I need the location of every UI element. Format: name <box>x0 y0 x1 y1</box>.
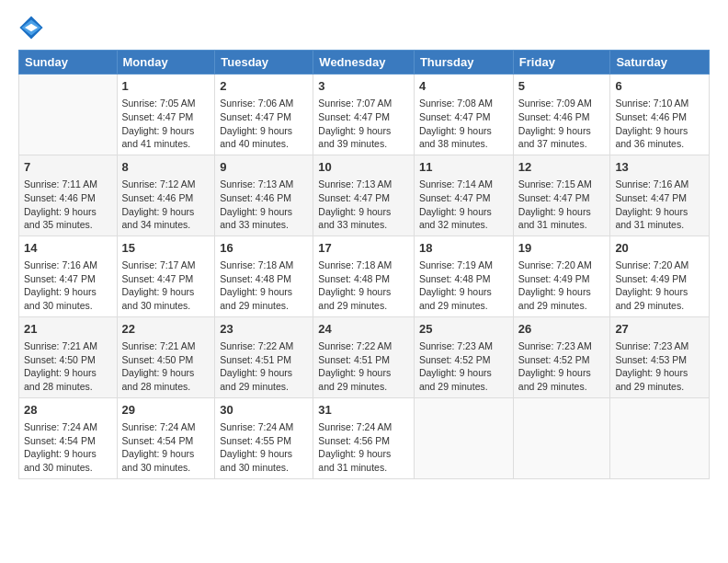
sunrise-text: Sunrise: 7:05 AM <box>122 98 196 109</box>
sunrise-text: Sunrise: 7:08 AM <box>419 98 493 109</box>
cell-content: 18Sunrise: 7:19 AMSunset: 4:48 PMDayligh… <box>419 240 508 313</box>
weekday-header: Monday <box>117 51 215 75</box>
calendar-cell: 5Sunrise: 7:09 AMSunset: 4:46 PMDaylight… <box>513 75 610 155</box>
calendar-week-row: 28Sunrise: 7:24 AMSunset: 4:54 PMDayligh… <box>19 397 710 478</box>
calendar-cell <box>19 75 118 155</box>
cell-content: 30Sunrise: 7:24 AMSunset: 4:55 PMDayligh… <box>220 402 308 475</box>
day-number: 26 <box>518 321 606 338</box>
day-number: 3 <box>318 78 409 95</box>
cell-content: 4Sunrise: 7:08 AMSunset: 4:47 PMDaylight… <box>419 78 508 151</box>
daylight-text: Daylight: 9 hours and 39 minutes. <box>318 125 391 150</box>
header-row: SundayMondayTuesdayWednesdayThursdayFrid… <box>19 51 710 75</box>
daylight-text: Daylight: 9 hours and 29 minutes. <box>220 286 292 311</box>
daylight-text: Daylight: 9 hours and 37 minutes. <box>518 125 591 150</box>
calendar-cell: 9Sunrise: 7:13 AMSunset: 4:46 PMDaylight… <box>215 155 313 236</box>
sunrise-text: Sunrise: 7:24 AM <box>24 421 97 432</box>
day-number: 27 <box>615 321 704 338</box>
day-number: 18 <box>419 240 508 257</box>
sunset-text: Sunset: 4:49 PM <box>518 273 590 284</box>
sunset-text: Sunset: 4:46 PM <box>615 111 687 122</box>
sunset-text: Sunset: 4:46 PM <box>24 192 96 203</box>
sunrise-text: Sunrise: 7:18 AM <box>318 259 392 270</box>
sunrise-text: Sunrise: 7:15 AM <box>518 178 592 190</box>
calendar-cell: 8Sunrise: 7:12 AMSunset: 4:46 PMDaylight… <box>117 155 215 236</box>
sunrise-text: Sunrise: 7:18 AM <box>220 259 293 270</box>
cell-content: 27Sunrise: 7:23 AMSunset: 4:53 PMDayligh… <box>615 321 704 394</box>
sunrise-text: Sunrise: 7:06 AM <box>220 98 293 109</box>
calendar-cell: 4Sunrise: 7:08 AMSunset: 4:47 PMDaylight… <box>414 75 513 155</box>
weekday-header: Sunday <box>19 51 118 75</box>
day-number: 23 <box>220 321 308 338</box>
cell-content: 31Sunrise: 7:24 AMSunset: 4:56 PMDayligh… <box>318 402 409 475</box>
sunrise-text: Sunrise: 7:17 AM <box>122 259 196 270</box>
calendar-cell: 27Sunrise: 7:23 AMSunset: 4:53 PMDayligh… <box>610 316 710 397</box>
cell-content: 3Sunrise: 7:07 AMSunset: 4:47 PMDaylight… <box>318 78 409 151</box>
calendar-cell: 12Sunrise: 7:15 AMSunset: 4:47 PMDayligh… <box>513 155 610 236</box>
day-number: 8 <box>122 159 210 176</box>
calendar-cell: 16Sunrise: 7:18 AMSunset: 4:48 PMDayligh… <box>215 236 313 316</box>
day-number: 30 <box>220 402 308 419</box>
sunrise-text: Sunrise: 7:16 AM <box>615 178 688 190</box>
sunset-text: Sunset: 4:55 PM <box>220 435 291 446</box>
sunrise-text: Sunrise: 7:21 AM <box>122 340 196 351</box>
calendar-cell: 3Sunrise: 7:07 AMSunset: 4:47 PMDaylight… <box>313 75 415 155</box>
daylight-text: Daylight: 9 hours and 30 minutes. <box>122 448 195 473</box>
cell-content: 25Sunrise: 7:23 AMSunset: 4:52 PMDayligh… <box>419 321 508 394</box>
cell-content: 9Sunrise: 7:13 AMSunset: 4:46 PMDaylight… <box>220 159 308 232</box>
sunrise-text: Sunrise: 7:20 AM <box>518 259 592 270</box>
cell-content: 28Sunrise: 7:24 AMSunset: 4:54 PMDayligh… <box>24 402 112 475</box>
cell-content: 11Sunrise: 7:14 AMSunset: 4:47 PMDayligh… <box>419 159 508 232</box>
day-number: 31 <box>318 402 409 419</box>
calendar-cell <box>513 397 610 478</box>
calendar-cell: 30Sunrise: 7:24 AMSunset: 4:55 PMDayligh… <box>215 397 313 478</box>
daylight-text: Daylight: 9 hours and 28 minutes. <box>122 367 195 392</box>
day-number: 1 <box>122 78 210 95</box>
logo <box>18 15 46 40</box>
calendar-cell: 25Sunrise: 7:23 AMSunset: 4:52 PMDayligh… <box>414 316 513 397</box>
daylight-text: Daylight: 9 hours and 29 minutes. <box>518 286 591 311</box>
calendar-cell: 21Sunrise: 7:21 AMSunset: 4:50 PMDayligh… <box>19 316 118 397</box>
day-number: 28 <box>24 402 112 419</box>
calendar-week-row: 14Sunrise: 7:16 AMSunset: 4:47 PMDayligh… <box>19 236 710 316</box>
calendar-table: SundayMondayTuesdayWednesdayThursdayFrid… <box>18 50 710 479</box>
daylight-text: Daylight: 9 hours and 36 minutes. <box>615 125 688 150</box>
daylight-text: Daylight: 9 hours and 35 minutes. <box>24 206 97 231</box>
calendar-cell: 13Sunrise: 7:16 AMSunset: 4:47 PMDayligh… <box>610 155 710 236</box>
calendar-cell: 2Sunrise: 7:06 AMSunset: 4:47 PMDaylight… <box>215 75 313 155</box>
calendar-cell: 7Sunrise: 7:11 AMSunset: 4:46 PMDaylight… <box>19 155 118 236</box>
daylight-text: Daylight: 9 hours and 30 minutes. <box>24 448 97 473</box>
sunset-text: Sunset: 4:48 PM <box>220 273 291 284</box>
sunset-text: Sunset: 4:54 PM <box>24 435 96 446</box>
weekday-header: Friday <box>513 51 610 75</box>
cell-content: 7Sunrise: 7:11 AMSunset: 4:46 PMDaylight… <box>24 159 112 232</box>
sunset-text: Sunset: 4:47 PM <box>419 111 491 122</box>
cell-content: 10Sunrise: 7:13 AMSunset: 4:47 PMDayligh… <box>318 159 409 232</box>
calendar-cell <box>610 397 710 478</box>
cell-content: 22Sunrise: 7:21 AMSunset: 4:50 PMDayligh… <box>122 321 210 394</box>
day-number: 2 <box>220 78 308 95</box>
day-number: 10 <box>318 159 409 176</box>
sunrise-text: Sunrise: 7:16 AM <box>24 259 97 270</box>
calendar-cell: 14Sunrise: 7:16 AMSunset: 4:47 PMDayligh… <box>19 236 118 316</box>
sunrise-text: Sunrise: 7:14 AM <box>419 178 493 190</box>
weekday-header: Wednesday <box>313 51 415 75</box>
sunset-text: Sunset: 4:50 PM <box>24 354 96 365</box>
sunset-text: Sunset: 4:47 PM <box>220 111 291 122</box>
daylight-text: Daylight: 9 hours and 33 minutes. <box>220 206 292 231</box>
day-number: 20 <box>615 240 704 257</box>
sunset-text: Sunset: 4:53 PM <box>615 354 687 365</box>
daylight-text: Daylight: 9 hours and 29 minutes. <box>615 286 688 311</box>
calendar-cell: 18Sunrise: 7:19 AMSunset: 4:48 PMDayligh… <box>414 236 513 316</box>
sunrise-text: Sunrise: 7:23 AM <box>518 340 592 351</box>
daylight-text: Daylight: 9 hours and 38 minutes. <box>419 125 492 150</box>
sunrise-text: Sunrise: 7:24 AM <box>122 421 196 432</box>
calendar-cell: 23Sunrise: 7:22 AMSunset: 4:51 PMDayligh… <box>215 316 313 397</box>
cell-content: 14Sunrise: 7:16 AMSunset: 4:47 PMDayligh… <box>24 240 112 313</box>
calendar-cell: 24Sunrise: 7:22 AMSunset: 4:51 PMDayligh… <box>313 316 415 397</box>
sunrise-text: Sunrise: 7:21 AM <box>24 340 97 351</box>
daylight-text: Daylight: 9 hours and 30 minutes. <box>122 286 195 311</box>
cell-content: 15Sunrise: 7:17 AMSunset: 4:47 PMDayligh… <box>122 240 210 313</box>
sunset-text: Sunset: 4:46 PM <box>122 192 194 203</box>
calendar-week-row: 7Sunrise: 7:11 AMSunset: 4:46 PMDaylight… <box>19 155 710 236</box>
day-number: 19 <box>518 240 606 257</box>
